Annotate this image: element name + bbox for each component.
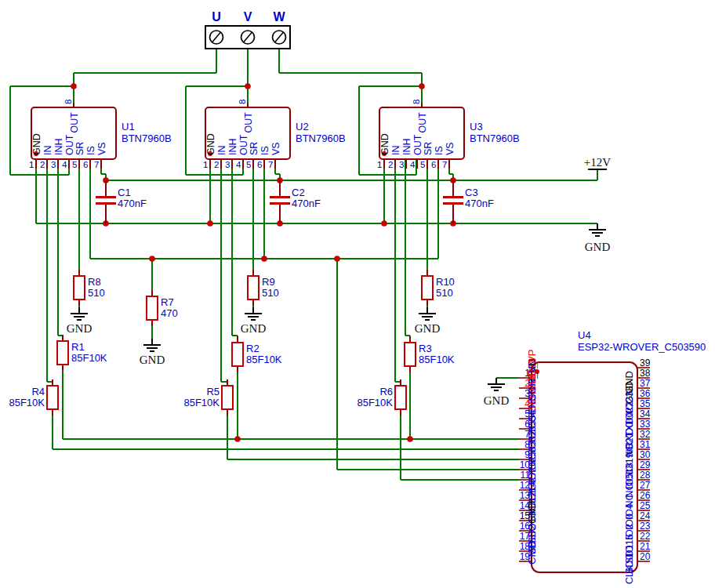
net-label-gnd: GND [585, 241, 611, 253]
pin-name-u1-vs: VS [96, 142, 107, 155]
pin-number-u4-29: 29 [640, 459, 651, 470]
res-body-r8[interactable] [74, 276, 85, 299]
pin-number-u1-1: 1 [29, 160, 34, 169]
schematic-svg: GND1IN2INH3OUT4SR5IS6VS7OUT8GND1IN2INH3O… [0, 0, 715, 588]
pin-number-u1-6: 6 [83, 160, 88, 169]
pin-number-u2-8: 8 [238, 100, 247, 104]
res-body-r3[interactable] [405, 343, 416, 366]
pin-name-u2-inh: INH [227, 138, 238, 155]
pin-name-u3-is: IS [434, 146, 445, 155]
value-c3: 470nF [465, 198, 494, 209]
pin-name-u2-sr: SR [249, 142, 260, 155]
res-body-r6[interactable] [395, 386, 406, 409]
junction-dot [381, 220, 387, 227]
res-body-r4[interactable] [47, 386, 58, 409]
pin-number-u4-37: 37 [640, 378, 651, 389]
pin-number-u1-4: 4 [62, 160, 67, 169]
pin-name-u3-inh: INH [401, 138, 412, 155]
pin-number-u3-2: 2 [388, 160, 393, 169]
res-body-r2[interactable] [232, 343, 243, 366]
pin-name-u1-sr: SR [74, 142, 85, 155]
ic-body-u4[interactable] [532, 362, 637, 572]
pin-number-u3-1: 1 [377, 160, 382, 169]
pin-name-u2-out: OUT [238, 134, 249, 155]
pin-name-u1-is: IS [85, 146, 96, 155]
pin-number-u2-1: 1 [203, 160, 208, 169]
pin-number-u3-7: 7 [442, 160, 447, 169]
value-r6: 85F10K [357, 397, 393, 408]
net-label-gnd: GND [67, 322, 93, 335]
value-r3: 85F10K [419, 354, 455, 365]
pin-number-u2-2: 2 [214, 160, 219, 169]
pin-number-u1-7: 7 [94, 160, 99, 169]
pin-name-u3-in: IN [390, 146, 401, 156]
res-body-r1[interactable] [57, 341, 68, 365]
pin-name-u3-vs: VS [445, 142, 455, 155]
pin-name-u3-sr: SR [423, 142, 434, 155]
net-label-gnd: GND [241, 322, 267, 335]
res-body-r9[interactable] [248, 276, 259, 299]
value-r5: 85F10K [183, 397, 220, 408]
junction-dot [149, 256, 155, 262]
pin-number-u4-32: 32 [640, 429, 651, 440]
part-u3: BTN7960B [470, 132, 520, 144]
pin-name-u4-cmd: CMD [526, 541, 538, 564]
part-u1: BTN7960B [122, 132, 172, 144]
ref-r3: R3 [419, 343, 432, 354]
ref-r6: R6 [379, 386, 393, 397]
pin-number-u4-21: 21 [640, 541, 651, 552]
res-body-r10[interactable] [422, 276, 433, 299]
pin-name-u2-out-top: OUT [243, 112, 254, 133]
junction-dot [245, 83, 251, 89]
pin-number-u3-5: 5 [420, 160, 425, 169]
junction-dot [419, 83, 425, 89]
pin-number-u4-39: 39 [640, 358, 651, 368]
pin-number-u2-5: 5 [246, 160, 251, 169]
terminal-label-w: W [273, 10, 285, 24]
pin-name-u3-gnd: GND [379, 133, 390, 155]
value-c1: 470nF [118, 198, 147, 209]
pin-name-u2-gnd: GND [205, 133, 216, 155]
pin-name-u3-out: OUT [412, 134, 423, 155]
pin-name-u1-out: OUT [64, 134, 75, 155]
ref-r2: R2 [246, 343, 260, 354]
res-body-r7[interactable] [147, 296, 158, 320]
pin-number-u1-3: 3 [51, 160, 56, 169]
pin-name-u1-gnd: GND [31, 133, 42, 155]
pin-number-u4-34: 34 [640, 408, 651, 419]
pin-number-u4-26: 26 [640, 490, 651, 501]
net-label-gnd: GND [140, 354, 165, 366]
ref-c2: C2 [292, 187, 305, 198]
res-body-r5[interactable] [222, 386, 233, 409]
junction-dot [261, 256, 267, 262]
pin-number-u4-36: 36 [640, 388, 651, 399]
junction-dot [334, 256, 340, 262]
value-c2: 470nF [292, 198, 321, 209]
value-r1: 85F10K [71, 352, 107, 364]
terminal-label-u: U [212, 10, 221, 24]
pin-number-u2-6: 6 [257, 160, 262, 169]
pin-name-u2-vs: VS [270, 142, 281, 155]
ref-u3: U3 [470, 121, 483, 132]
schematic-canvas: GND1IN2INH3OUT4SR5IS6VS7OUT8GND1IN2INH3O… [0, 0, 715, 588]
pin-number-u4-30: 30 [640, 449, 651, 460]
pin-name-u1-inh: INH [53, 138, 64, 155]
part-u2: BTN7960B [296, 132, 346, 144]
ref-r5: R5 [206, 386, 220, 397]
pin-number-u4-20: 20 [640, 551, 651, 562]
value-r7: 470 [161, 307, 178, 319]
net-label-gnd: GND [484, 394, 510, 407]
ref-r1: R1 [71, 341, 85, 353]
pin-number-u4-25: 25 [640, 500, 651, 511]
pin-number-u4-31: 31 [640, 439, 651, 450]
value-r9: 510 [262, 287, 279, 299]
pin-number-u2-3: 3 [225, 160, 230, 169]
pin-number-u3-3: 3 [399, 160, 404, 169]
junction-dot [234, 436, 241, 442]
pin-number-u3-6: 6 [431, 160, 436, 169]
pin-name-u1-in: IN [42, 146, 53, 156]
pin-number-u4-35: 35 [640, 398, 651, 409]
pin-number-u4-23: 23 [640, 521, 651, 532]
ref-r4: R4 [31, 386, 45, 397]
junction-dot [207, 220, 213, 227]
